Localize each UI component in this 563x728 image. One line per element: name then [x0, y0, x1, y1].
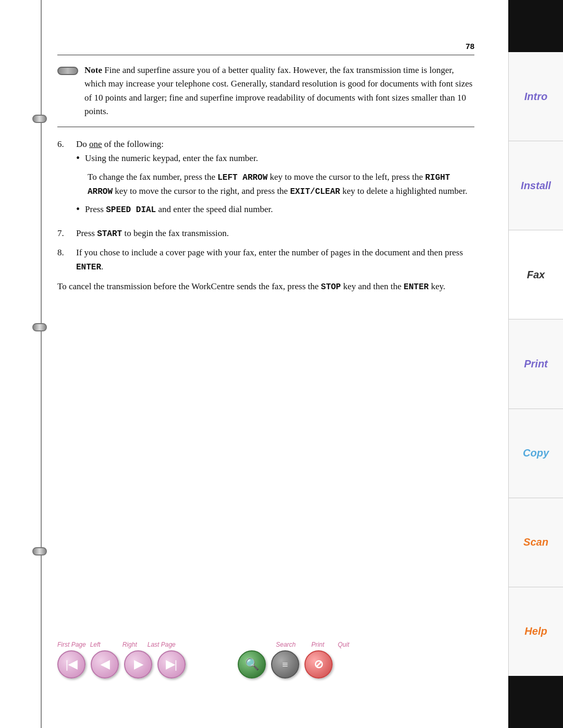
step-7: 7. Press START to begin the fax transmis… — [57, 227, 474, 241]
step-8-text-1: If you chose to include a cover page wit… — [76, 248, 463, 257]
bullet-item-2: • Press SPEED DIAL and enter the speed d… — [76, 203, 474, 217]
right-sidebar: Intro Install Fax Print Copy Scan Help — [508, 52, 563, 676]
bullet-list: • Using the numeric keypad, enter the fa… — [76, 152, 474, 165]
black-bottom-block — [508, 676, 563, 728]
nav-label-search: Search — [276, 641, 296, 648]
steps-section: 6. Do one of the following: • Using the … — [57, 138, 474, 294]
bullet-text-2: Press SPEED DIAL and enter the speed dia… — [85, 203, 474, 217]
sidebar-tab-scan[interactable]: Scan — [508, 498, 563, 587]
nav-btn-right[interactable]: ▶ — [124, 650, 152, 678]
step-7-text-1: Press — [76, 228, 97, 238]
nav-bar: First Page Left Right Last Page Search P… — [57, 641, 454, 678]
nav-first-page-icon: |◀ — [66, 659, 77, 670]
sidebar-tab-print[interactable]: Print — [508, 319, 563, 409]
note-label: Note — [84, 65, 102, 75]
nav-btn-last-page[interactable]: ▶| — [157, 650, 186, 678]
bullet-list-2: • Press SPEED DIAL and enter the speed d… — [76, 203, 474, 217]
bullet-dot-1: • — [76, 153, 80, 163]
bullet-dot-2: • — [76, 204, 80, 214]
nav-buttons: |◀ ◀ ▶ ▶| 🔍 ≡ ⊘ — [57, 650, 333, 678]
bottom-divider — [57, 127, 474, 127]
step-7-text-2: to begin the fax transmission. — [122, 228, 229, 238]
search-icon: 🔍 — [245, 658, 259, 671]
step-8-number: 8. — [57, 246, 76, 274]
nav-labels-row: First Page Left Right Last Page Search P… — [57, 641, 349, 648]
key-exit-clear: EXIT/CLEAR — [290, 187, 340, 196]
step-6: 6. Do one of the following: • Using the … — [57, 138, 474, 221]
page-number: 78 — [57, 42, 474, 51]
step-6-rest: of the following: — [102, 139, 164, 149]
sidebar-tab-intro[interactable]: Intro — [508, 52, 563, 141]
sidebar-label-install: Install — [521, 180, 551, 192]
key-enter-cancel: ENTER — [403, 282, 429, 292]
nav-btn-search[interactable]: 🔍 — [238, 650, 266, 678]
nav-label-right: Right — [123, 641, 137, 648]
sidebar-label-scan: Scan — [523, 536, 548, 548]
bullet-text-1: Using the numeric keypad, enter the fax … — [85, 152, 474, 165]
nav-label-quit: Quit — [338, 641, 349, 648]
note-body: Fine and superfine assure you of a bette… — [84, 65, 472, 116]
cancel-text-3: key. — [429, 281, 445, 291]
nav-last-page-icon: ▶| — [166, 659, 177, 670]
binding-ring-middle — [32, 323, 47, 331]
top-divider — [57, 55, 474, 55]
sidebar-tab-help[interactable]: Help — [508, 587, 563, 676]
sidebar-tab-install[interactable]: Install — [508, 141, 563, 230]
key-start: START — [97, 229, 122, 239]
note-icon — [57, 67, 78, 75]
sub-text-2: key to move the cursor to the left, pres… — [267, 172, 425, 182]
key-left-arrow: LEFT ARROW — [217, 173, 267, 182]
quit-icon: ⊘ — [314, 658, 323, 671]
step-6-content: Do one of the following: • Using the num… — [76, 138, 474, 221]
sub-text-3: key to move the cursor to the right, and… — [113, 186, 290, 196]
binding-ring-top — [32, 115, 47, 123]
sidebar-tab-copy[interactable]: Copy — [508, 409, 563, 498]
step-6-number: 6. — [57, 138, 76, 221]
nav-label-last-page: Last Page — [148, 641, 176, 648]
cancel-text-1: To cancel the transmission before the Wo… — [57, 281, 321, 291]
print-icon: ≡ — [282, 659, 288, 671]
step-6-underline: one — [89, 139, 102, 149]
sidebar-label-intro: Intro — [524, 91, 547, 103]
black-top-block — [508, 0, 563, 52]
cancel-text-2: key and then the — [341, 281, 403, 291]
sidebar-label-copy: Copy — [523, 447, 549, 459]
step-8: 8. If you chose to include a cover page … — [57, 246, 474, 274]
cancel-text: To cancel the transmission before the Wo… — [57, 280, 474, 294]
main-content: 78 Note Fine and superfine assure you of… — [57, 42, 485, 294]
nav-label-first-page: First Page — [57, 641, 86, 648]
key-stop: STOP — [321, 282, 341, 292]
bullet-item-1: • Using the numeric keypad, enter the fa… — [76, 152, 474, 165]
sidebar-label-print: Print — [524, 358, 548, 370]
nav-right-icon: ▶ — [134, 659, 143, 670]
nav-label-print: Print — [311, 641, 324, 648]
key-enter-step8: ENTER — [76, 263, 101, 272]
nav-btn-left[interactable]: ◀ — [91, 650, 119, 678]
sidebar-label-help: Help — [524, 625, 547, 637]
nav-btn-quit[interactable]: ⊘ — [304, 650, 333, 678]
sub-text-4: key to delete a highlighted number. — [340, 186, 467, 196]
step-7-number: 7. — [57, 227, 76, 241]
nav-btn-print[interactable]: ≡ — [271, 650, 299, 678]
nav-left-icon: ◀ — [101, 659, 109, 670]
sidebar-label-fax: Fax — [527, 269, 545, 281]
key-speed-dial: SPEED DIAL — [106, 205, 156, 215]
binding-line — [41, 0, 42, 728]
nav-btn-first-page[interactable]: |◀ — [57, 650, 85, 678]
step-7-content: Press START to begin the fax transmissio… — [76, 227, 474, 241]
sidebar-tab-fax[interactable]: Fax — [508, 230, 563, 319]
sub-text-1: To change the fax number, press the — [88, 172, 217, 182]
binding-ring-bottom — [32, 547, 47, 556]
note-section: Note Fine and superfine assure you of a … — [57, 64, 474, 118]
note-text: Note Fine and superfine assure you of a … — [84, 64, 474, 118]
nav-label-left: Left — [90, 641, 101, 648]
step-8-text-2: . — [101, 262, 103, 272]
step-6-label: Do one of the following: — [76, 139, 164, 149]
step-8-content: If you chose to include a cover page wit… — [76, 246, 474, 274]
sub-paragraph: To change the fax number, press the LEFT… — [88, 170, 474, 199]
